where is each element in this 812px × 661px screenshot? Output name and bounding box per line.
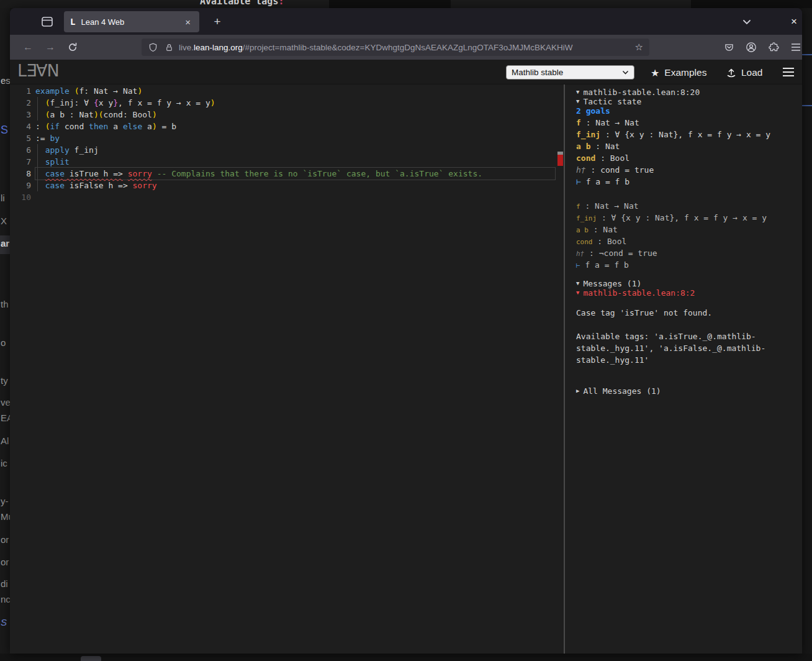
url-text[interactable]: live.lean-lang.org/#project=mathlib-stab…: [179, 43, 631, 52]
lean-toolbar: L∃∀N Mathlib stable ★ Examples Load: [10, 60, 802, 84]
background-text-fragment: or: [1, 557, 9, 567]
hypothesis: f : Nat → Nat: [576, 117, 639, 129]
account-icon[interactable]: [743, 39, 759, 55]
code-line-5[interactable]: := by: [35, 132, 60, 144]
overview-ruler-error-mark: [557, 155, 563, 166]
background-blue-line: [802, 105, 812, 106]
extensions-puzzle-icon[interactable]: [765, 39, 782, 55]
expand-triangle-icon: ▼: [576, 287, 579, 299]
line-number: 3: [10, 109, 31, 121]
background-text-fragment: EA: [1, 413, 10, 423]
background-window-left-edge: es S li X ar th o ty ve EA Al ic y- Mu o…: [0, 8, 10, 661]
background-text-fragment: X: [1, 216, 7, 226]
code-line-9[interactable]: case isFalse h => sorry: [35, 180, 157, 191]
collapse-triangle-icon: ▶: [576, 385, 579, 397]
line-number: 4: [10, 121, 31, 132]
line-number: 9: [10, 180, 31, 191]
code-editor[interactable]: 1 2 3 4 5 6 7 8 9 10 example (f: Nat → N…: [10, 84, 564, 654]
hypothesis: h† : cond = true: [576, 164, 654, 176]
back-button[interactable]: ←: [20, 39, 36, 55]
line-number-active: 8: [10, 168, 31, 180]
hypothesis: cond : Bool: [576, 152, 629, 164]
project-select-dropdown[interactable]: Mathlib stable: [506, 65, 634, 80]
window-close-button[interactable]: ×: [786, 14, 802, 30]
hypothesis: cond : Bool: [576, 235, 626, 247]
load-label: Load: [741, 67, 762, 78]
background-text-fragment: o: [1, 337, 6, 348]
message-text: Case tag 'isTrue' not found.: [576, 307, 712, 319]
background-text-fragment: or: [1, 534, 9, 545]
lean-favicon: L: [70, 17, 75, 27]
background-dark-segment: [329, 0, 451, 8]
background-text-fragment: es: [1, 75, 10, 86]
list-tabs-chevron-icon[interactable]: [739, 14, 754, 29]
code-line-2[interactable]: (f_inj: ∀ {x y}, f x = f y → x = y): [35, 97, 215, 109]
background-dark-segment: [691, 0, 812, 8]
lock-icon[interactable]: [165, 43, 174, 52]
line-number: 10: [10, 191, 31, 203]
background-text-fragment: ve: [1, 397, 10, 408]
code-line-4[interactable]: : (if cond then a else a) = b: [35, 121, 176, 132]
url-fade: [588, 43, 631, 52]
pocket-icon[interactable]: [721, 39, 737, 55]
message-location-header[interactable]: ▼ mathlib-stable.lean:8:2: [576, 287, 695, 299]
all-messages-header[interactable]: ▶ All Messages (1): [576, 385, 661, 397]
message-location-label: mathlib-stable.lean:8:2: [583, 287, 695, 299]
upload-icon: [726, 68, 736, 78]
hypothesis: f_inj : ∀ {x y : Nat}, f x = f y → x = y: [576, 212, 767, 224]
url-bar[interactable]: live.lean-lang.org/#project=mathlib-stab…: [142, 39, 649, 56]
code-line-7[interactable]: split: [35, 156, 70, 168]
tracking-shield-icon[interactable]: [148, 42, 158, 53]
tab-close-icon[interactable]: ×: [183, 16, 193, 28]
all-messages-label: All Messages (1): [583, 385, 661, 397]
hypothesis: a b : Nat: [576, 224, 618, 235]
navigation-bar: ← → live.lean-lang.org/#project=mathlib-…: [10, 35, 802, 60]
goal-target: ⊢ f a = f b: [576, 176, 629, 188]
background-text-fragment: y-: [1, 496, 9, 506]
background-blue-line: [802, 54, 812, 55]
hypothesis: a b : Nat: [576, 140, 620, 152]
select-chevron-icon: [622, 70, 629, 75]
lean-logo: L∃∀N: [17, 61, 59, 80]
load-button[interactable]: Load: [726, 65, 762, 81]
bookmark-star-icon[interactable]: ☆: [635, 42, 643, 53]
background-text-fragment: Mu: [1, 511, 10, 522]
background-bottom: [0, 654, 812, 661]
code-line-6[interactable]: apply f_inj: [35, 144, 99, 156]
background-text-fragment: nc: [1, 594, 10, 604]
firefox-view-button[interactable]: [40, 14, 55, 29]
background-text-fragment: th: [1, 299, 9, 309]
forward-button[interactable]: →: [42, 39, 58, 55]
examples-label: Examples: [664, 67, 706, 78]
lean-menu-hamburger-icon[interactable]: [780, 63, 797, 81]
code-line-8[interactable]: case isTrue h => sorry -- Complains that…: [35, 168, 482, 180]
goal-target: ⊢ f a = f b: [576, 259, 629, 271]
browser-menu-hamburger-icon[interactable]: [788, 39, 802, 55]
tab-title: Lean 4 Web: [81, 17, 183, 27]
code-line-1[interactable]: example (f: Nat → Nat): [35, 85, 142, 97]
hypothesis: f_inj : ∀ {x y : Nat}, f x = f y → x = y: [576, 129, 770, 140]
new-tab-button[interactable]: +: [209, 13, 226, 30]
tab-lean4web[interactable]: L Lean 4 Web ×: [64, 11, 199, 32]
background-tray-box: [81, 656, 101, 661]
line-number: 2: [10, 97, 31, 109]
background-text-fragment: di: [1, 578, 8, 589]
line-number: 6: [10, 144, 31, 156]
background-text-fragment: ar: [1, 238, 9, 248]
examples-button[interactable]: ★ Examples: [651, 65, 706, 81]
background-text-fragment: Al: [1, 435, 9, 446]
background-window-top: Available tags:: [0, 0, 812, 8]
background-text-fragment: li: [1, 193, 5, 203]
background-text-fragment: S: [1, 617, 7, 627]
project-select-value: Mathlib stable: [512, 68, 622, 77]
tab-bar: L Lean 4 Web × + ×: [10, 8, 802, 35]
hypothesis: h† : ¬cond = true: [576, 247, 657, 259]
message-text: Available tags: 'a.isTrue._@.mathlib-sta…: [576, 330, 795, 366]
reload-button[interactable]: [65, 39, 81, 55]
background-text-fragment: ty: [1, 375, 8, 386]
code-line-3[interactable]: (a b : Nat)(cond: Bool): [35, 109, 157, 121]
line-number: 7: [10, 156, 31, 168]
background-text-fragment: ic: [1, 458, 7, 468]
background-text-fragment: S: [1, 124, 8, 137]
browser-window: L Lean 4 Web × + × ← → live.lean-lang.or…: [10, 8, 802, 654]
